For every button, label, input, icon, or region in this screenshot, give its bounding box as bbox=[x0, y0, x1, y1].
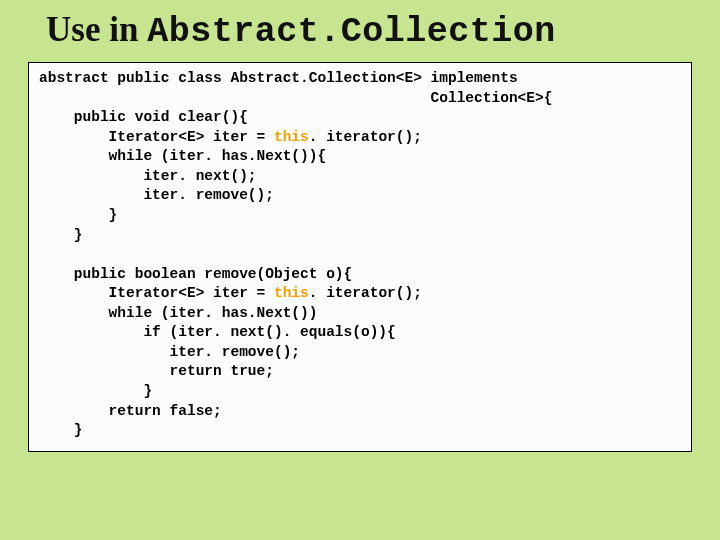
code-line: iter. next(); bbox=[39, 168, 257, 184]
code-line: abstract public class Abstract.Collectio… bbox=[39, 70, 518, 86]
slide-title: Use in Abstract.Collection bbox=[28, 10, 692, 52]
code-line: while (iter. has.Next()){ bbox=[39, 148, 326, 164]
code-line: return false; bbox=[39, 403, 222, 419]
code-line: return true; bbox=[39, 363, 274, 379]
code-line: public boolean remove(Object o){ bbox=[39, 266, 352, 282]
code-line: } bbox=[39, 422, 83, 438]
code-line: iter. remove(); bbox=[39, 187, 274, 203]
code-line: . iterator(); bbox=[309, 285, 422, 301]
code-line: } bbox=[39, 207, 117, 223]
code-block: abstract public class Abstract.Collectio… bbox=[28, 62, 692, 452]
title-prefix: Use in bbox=[46, 10, 147, 49]
code-line: Iterator<E> iter = bbox=[39, 129, 274, 145]
code-line: if (iter. next(). equals(o)){ bbox=[39, 324, 396, 340]
code-line: while (iter. has.Next()) bbox=[39, 305, 317, 321]
code-line: } bbox=[39, 383, 152, 399]
code-line: public void clear(){ bbox=[39, 109, 248, 125]
title-classname: Abstract.Collection bbox=[147, 12, 556, 52]
code-line: . iterator(); bbox=[309, 129, 422, 145]
code-line: iter. remove(); bbox=[39, 344, 300, 360]
slide: Use in Abstract.Collection abstract publ… bbox=[0, 0, 720, 540]
keyword-this: this bbox=[274, 129, 309, 145]
keyword-this: this bbox=[274, 285, 309, 301]
code-line: } bbox=[39, 227, 83, 243]
code-line: Iterator<E> iter = bbox=[39, 285, 274, 301]
code-line: Collection<E>{ bbox=[39, 90, 552, 106]
